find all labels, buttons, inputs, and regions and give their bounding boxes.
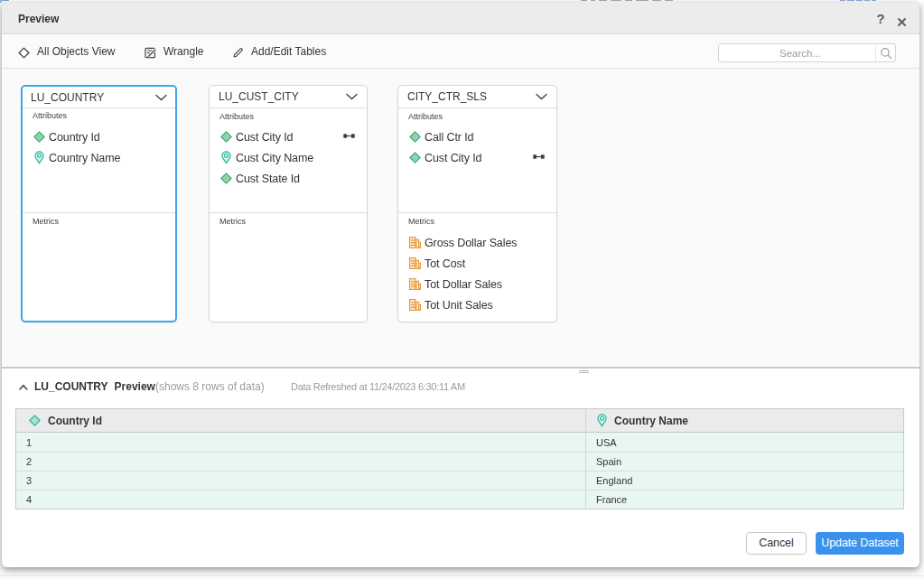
all-objects-view-button[interactable]: All Objects View [18,34,115,68]
table-row[interactable]: 1USA [16,433,903,452]
attribute-item[interactable]: Cust City Id [398,147,556,168]
wrangle-button[interactable]: Wrangle [145,34,203,68]
background-fragment [581,0,587,1]
metric-label: Tot Dollar Sales [425,278,502,291]
attributes-label: Attributes [33,111,67,120]
table-diamond-icon [29,415,41,426]
background-fragment [652,0,661,1]
card-section-divider [210,212,367,213]
close-icon[interactable] [897,14,907,24]
metric-icon [409,257,421,269]
card-title: LU_COUNTRY [31,91,155,104]
attributes-list: Cust City IdCust City NameCust State Id [210,126,367,189]
metrics-label: Metrics [33,217,59,226]
column-header[interactable]: Country Id [16,409,586,432]
attribute-item[interactable]: Country Name [23,147,175,168]
background-fragment [872,0,876,1]
chevron-down-icon [536,93,547,100]
table-row[interactable]: 2Spain [16,452,903,471]
preview-dialog: Preview ? All Objects View Wrangle [2,2,919,567]
table-card[interactable]: LU_COUNTRYAttributesCountry IdCountry Na… [21,85,177,322]
background-divider [0,575,924,576]
metric-item[interactable]: Tot Dollar Sales [398,274,556,294]
chevron-down-icon [155,94,167,101]
preview-title: LU_COUNTRYPreview [34,376,155,397]
attributes-list: Call Ctr IdCust City Id [398,126,556,168]
update-dataset-button[interactable]: Update Dataset [816,532,904,555]
card-section-divider [398,212,556,213]
background-fragment [611,0,621,1]
attribute-item[interactable]: Cust State Id [210,168,367,189]
metrics-label: Metrics [219,217,246,226]
search-icon[interactable] [875,44,895,61]
attribute-diamond-icon [220,173,232,184]
attribute-label: Cust City Id [425,152,481,164]
tables-canvas: LU_COUNTRYAttributesCountry IdCountry Na… [2,69,919,369]
attribute-item[interactable]: Cust City Name [210,147,367,168]
link-icon [533,154,545,160]
table-cell: USA [586,433,903,452]
table-header-row: Country IdCountry Name [16,409,903,433]
search-input[interactable] [719,44,875,61]
attribute-item[interactable]: Cust City Id [210,126,367,147]
wrangle-label: Wrangle [163,45,203,58]
link-icon [343,133,355,139]
card-header[interactable]: LU_COUNTRY [23,87,175,108]
all-objects-view-label: All Objects View [37,45,115,58]
column-header[interactable]: Country Name [586,409,903,432]
attribute-diamond-icon [220,131,232,143]
attribute-item[interactable]: Country Id [23,126,175,147]
metric-icon [409,278,421,290]
metric-item[interactable]: Tot Unit Sales [398,294,556,315]
attribute-label: Cust City Name [236,152,313,164]
table-row[interactable]: 3England [16,471,903,490]
table-cell: 1 [16,433,586,452]
card-header[interactable]: LU_CUST_CITY [210,86,367,108]
attribute-label: Cust State Id [236,173,300,185]
table-card[interactable]: LU_CUST_CITYAttributesCust City IdCust C… [209,85,368,322]
preview-header: LU_COUNTRYPreview (shows 8 rows of data)… [2,376,919,397]
wrangle-icon [145,47,156,59]
attributes-label: Attributes [408,112,443,121]
attribute-item[interactable]: Call Ctr Id [398,126,556,147]
attribute-label: Cust City Id [236,131,293,144]
column-header-label: Country Id [48,415,102,427]
table-row[interactable]: 4France [16,490,903,509]
background-fragment [856,0,863,1]
card-header[interactable]: CITY_CTR_SLS [398,86,556,108]
preview-table: Country IdCountry Name1USA2Spain3England… [15,408,904,509]
background-fragment [636,0,649,1]
dialog-title: Preview [18,3,59,35]
diamond-outline-icon [18,47,30,59]
metrics-list: Gross Dollar SalesTot CostTot Dollar Sal… [398,232,556,315]
table-card[interactable]: CITY_CTR_SLSAttributesCall Ctr IdCust Ci… [397,85,557,322]
card-title: CITY_CTR_SLS [407,90,536,103]
attribute-label: Country Id [49,131,100,144]
card-section-divider [23,212,175,213]
chevron-down-icon [346,93,358,100]
search-box [718,43,896,62]
chevron-up-icon[interactable] [19,384,28,391]
column-header-label: Country Name [614,415,688,427]
add-edit-tables-label: Add/Edit Tables [251,45,326,58]
geo-pin-icon [33,151,45,164]
rows-note: (shows 8 rows of data) [155,376,265,397]
help-icon[interactable]: ? [873,3,888,35]
grip-bar [579,370,589,371]
cancel-button[interactable]: Cancel [746,532,807,555]
metrics-label: Metrics [408,217,434,226]
background-fragment [625,0,632,1]
metric-item[interactable]: Tot Cost [398,253,556,274]
card-title: LU_CUST_CITY [219,90,346,103]
dialog-toolbar: All Objects View Wrangle Add/Edit Tables [2,34,919,69]
metric-item[interactable]: Gross Dollar Sales [398,232,556,253]
background-fragment [840,0,845,1]
metric-label: Tot Cost [425,257,465,270]
resize-grip[interactable] [579,370,589,375]
metric-icon [409,299,421,311]
background-fragment [599,0,607,1]
background-fragment [591,0,595,1]
add-edit-tables-button[interactable]: Add/Edit Tables [232,34,326,68]
attribute-diamond-icon [409,131,421,143]
geo-pin-icon [597,414,607,427]
